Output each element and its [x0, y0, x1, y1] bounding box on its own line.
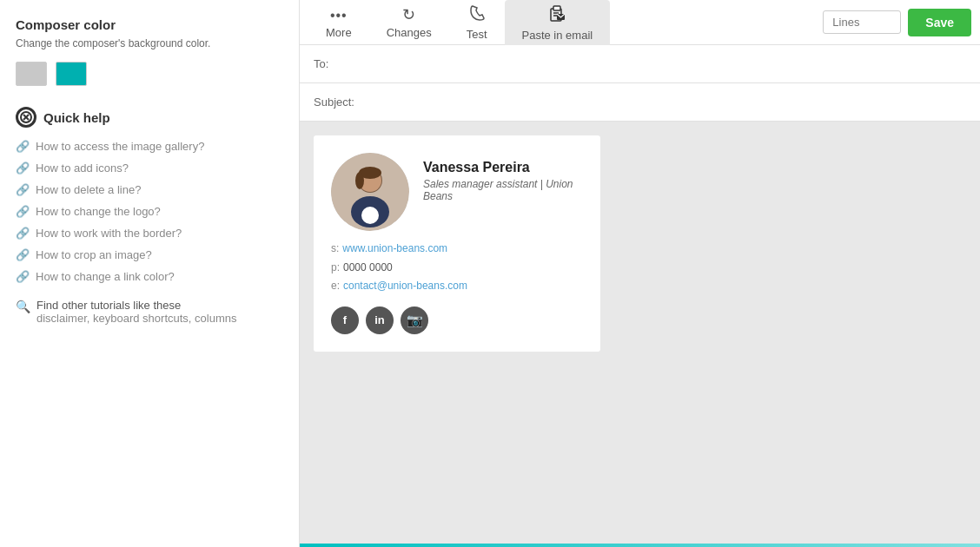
help-link-gallery[interactable]: How to access the image gallery?: [36, 140, 204, 153]
list-item: 🔗 How to add icons?: [16, 161, 283, 175]
link-icon: 🔗: [16, 248, 30, 261]
save-button[interactable]: Save: [908, 9, 971, 36]
list-item: 🔗 How to delete a line?: [16, 183, 283, 196]
instagram-button[interactable]: 📷: [401, 306, 428, 334]
to-label: To:: [314, 57, 328, 70]
sig-job-title: Sales manager assistant | Union Beans: [423, 178, 579, 202]
list-item: 🔗 How to work with the border?: [16, 227, 283, 240]
link-icon: 🔗: [16, 205, 30, 218]
tab-paste-in-email[interactable]: Paste in email: [505, 0, 611, 45]
main-area: More ↻ Changes Test: [300, 0, 980, 547]
compose-area: To: Subject:: [300, 45, 980, 544]
phone-value: 0000 0000: [343, 259, 393, 278]
help-link-logo[interactable]: How to change the logo?: [36, 205, 161, 218]
help-link-link-color[interactable]: How to change a link color?: [36, 270, 175, 283]
lines-input-wrap: [823, 10, 901, 34]
find-tutorials: 🔍 Find other tutorials like these discla…: [16, 299, 283, 325]
email-link[interactable]: contact@union-beans.com: [343, 277, 467, 296]
link-icon: 🔗: [16, 227, 30, 240]
phone-key: p:: [331, 259, 340, 278]
quick-help-icon: [16, 107, 36, 128]
paste-icon: [547, 3, 566, 27]
signature-card: Vanessa Pereira Sales manager assistant …: [314, 135, 600, 352]
website-key: s:: [331, 240, 339, 259]
list-item: 🔗 How to crop an image?: [16, 248, 283, 261]
bottom-accent: [300, 544, 980, 547]
link-icon: 🔗: [16, 270, 30, 283]
link-icon: 🔗: [16, 183, 30, 196]
tab-changes-label: Changes: [387, 26, 432, 39]
top-bar: More ↻ Changes Test: [300, 0, 980, 45]
subject-field[interactable]: Subject:: [300, 83, 980, 122]
to-field[interactable]: To:: [300, 45, 980, 83]
list-item: 🔗 How to change the logo?: [16, 205, 283, 218]
help-link-icons[interactable]: How to add icons?: [36, 161, 129, 175]
svg-point-11: [361, 207, 379, 224]
find-tutorials-text: Find other tutorials like these: [36, 299, 181, 312]
sig-website-row: s: www.union-beans.com: [331, 240, 579, 259]
sidebar: Composer color Change the composer's bac…: [0, 0, 300, 547]
link-icon: 🔗: [16, 161, 30, 175]
tab-test-label: Test: [467, 28, 487, 41]
composer-color-section: Composer color Change the composer's bac…: [16, 17, 283, 86]
tab-changes[interactable]: ↻ Changes: [369, 0, 449, 45]
svg-point-14: [355, 172, 364, 189]
tab-test[interactable]: Test: [449, 0, 505, 45]
sig-name: Vanessa Pereira: [423, 160, 579, 175]
help-links-list: 🔗 How to access the image gallery? 🔗 How…: [16, 140, 283, 283]
sig-social: f in 📷: [331, 306, 579, 334]
link-icon: 🔗: [16, 140, 30, 153]
color-swatches: [16, 62, 283, 86]
color-swatch-teal[interactable]: [56, 62, 87, 86]
website-link[interactable]: www.union-beans.com: [342, 240, 447, 259]
tab-more-label: More: [326, 26, 352, 39]
tab-paste-in-email-label: Paste in email: [522, 29, 593, 42]
help-link-crop[interactable]: How to crop an image?: [36, 248, 152, 261]
email-body-area: Vanessa Pereira Sales manager assistant …: [300, 122, 980, 544]
composer-color-title: Composer color: [16, 17, 283, 32]
refresh-icon: ↻: [402, 5, 415, 24]
sig-info: Vanessa Pereira Sales manager assistant …: [423, 153, 579, 202]
sig-details: s: www.union-beans.com p: 0000 0000 e: c…: [331, 240, 579, 296]
phone-icon: [468, 4, 486, 26]
tab-more[interactable]: More: [308, 0, 369, 45]
quick-help-title: Quick help: [16, 107, 283, 128]
list-item: 🔗 How to change a link color?: [16, 270, 283, 283]
help-link-border[interactable]: How to work with the border?: [36, 227, 182, 240]
list-item: 🔗 How to access the image gallery?: [16, 140, 283, 153]
sig-top: Vanessa Pereira Sales manager assistant …: [331, 153, 579, 231]
subject-label: Subject:: [314, 96, 354, 109]
composer-color-desc: Change the composer's background color.: [16, 37, 283, 49]
tutorials-links-text: disclaimer, keyboard shortcuts, columns: [36, 312, 236, 325]
facebook-button[interactable]: f: [331, 306, 359, 334]
signature-avatar: [331, 153, 409, 231]
search-icon: 🔍: [16, 300, 30, 313]
email-key: e:: [331, 277, 340, 296]
lines-input[interactable]: [823, 10, 901, 34]
linkedin-button[interactable]: in: [366, 306, 394, 334]
color-swatch-gray[interactable]: [16, 62, 47, 86]
help-link-delete-line[interactable]: How to delete a line?: [36, 183, 141, 196]
sig-phone-row: p: 0000 0000: [331, 259, 579, 278]
sig-email-row: e: contact@union-beans.com: [331, 277, 579, 296]
svg-rect-4: [553, 6, 560, 10]
dots-icon: [330, 6, 348, 24]
quick-help-section: Quick help 🔗 How to access the image gal…: [16, 107, 283, 325]
